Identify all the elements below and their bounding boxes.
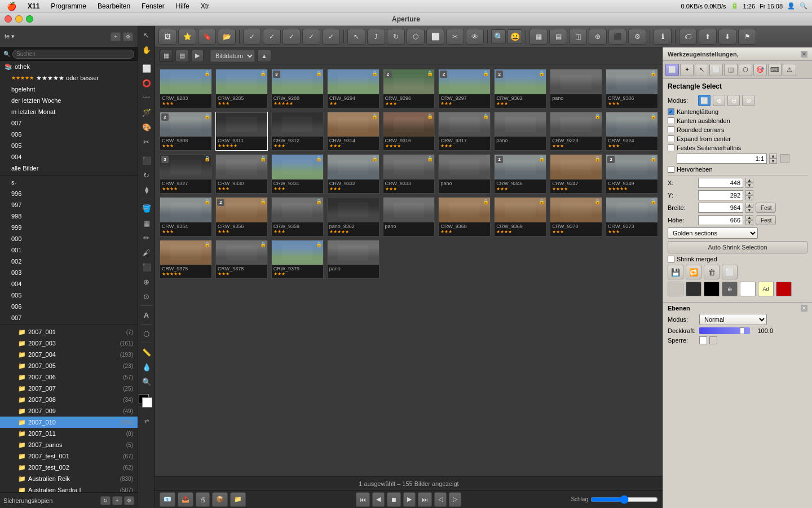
sidebar-item-2007-008[interactable]: 📁 2007_008 (34) [0,394,138,405]
photo-cell[interactable]: CRW_9311★★★★★ [215,112,268,151]
sidebar-item-2007-003[interactable]: 📁 2007_003 (161) [0,338,138,349]
photo-cell[interactable]: 🔒CRW_9306★★★ [606,69,658,108]
photo-cell[interactable]: 🔒CRW_9324★★★ [606,112,658,151]
kantenglaettung-checkbox[interactable] [668,108,674,115]
photo-cell[interactable]: 🔒CRW_9373★★★ [606,197,658,237]
action-btn-2[interactable]: 🔁 [686,265,701,279]
lock-cb-1[interactable] [699,336,707,344]
bottom-btn-5[interactable]: 📁 [230,492,246,507]
sidebar-item-996[interactable]: 996 [0,188,138,199]
playback-fwd-button[interactable]: ▶ [403,492,416,507]
ap-btn-4[interactable]: 📂 [218,29,236,45]
fenster-menu[interactable]: Fenster [139,2,167,10]
layers-mode-select[interactable]: Normal [699,314,767,325]
backup-add-button[interactable]: + [112,496,122,505]
photo-cell[interactable]: 🔒CRW_9317★★★ [438,112,491,151]
sidebar-item-2007-test-001[interactable]: 📁 2007_test_001 (67) [0,450,138,462]
kanten-ausblenden-checkbox[interactable] [668,117,674,124]
tool-swap-colors[interactable]: ⇄ [140,414,153,428]
photo-cell[interactable]: 🔒CRW_9294★★ [327,69,379,108]
swatch-5[interactable] [740,282,756,296]
ap-btn-stamp[interactable]: ⬇ [718,29,736,45]
sidebar-item-library[interactable]: 📚 othek [0,61,138,72]
search-icon[interactable]: 🔍 [800,2,807,10]
sidebar-item-004b[interactable]: 004 [0,278,138,290]
tool-select-fuzzy[interactable]: 🪄 [140,106,153,119]
playback-next-button[interactable]: ⏭ [418,492,432,507]
breite-input[interactable] [698,203,743,213]
action-btn-3[interactable]: 🗑 [704,265,720,279]
ap-btn-adjust[interactable]: ⚙ [628,29,646,45]
action-btn-4[interactable]: ⬜ [722,265,738,279]
sidebar-item-000[interactable]: 000 [0,233,138,244]
ap-btn-9[interactable]: ✓ [322,29,340,45]
tool-opt-btn-5[interactable]: ◫ [724,64,738,76]
photo-cell[interactable]: 🔒CRW_9375★★★★★ [160,240,212,279]
tool-brush[interactable]: 🖌 [140,246,153,259]
expand-from-center-checkbox[interactable] [668,135,674,142]
shrink-merged-checkbox[interactable] [668,256,674,262]
sidebar-item-2007-panos[interactable]: 📁 2007_panos (5) [0,439,138,450]
ap-btn-5[interactable]: ✓ [243,29,261,45]
sidebar-item-2007-009[interactable]: 📁 2007_009 (49) [0,405,138,417]
tool-opt-btn-6[interactable]: ⬡ [739,64,752,76]
background-color[interactable] [142,397,152,408]
sidebar-item-last-month[interactable]: m letzten Monat [0,106,138,117]
ap-btn-15[interactable]: ✂ [446,29,464,45]
sort-direction-button[interactable]: ▲ [257,50,271,62]
photo-cell[interactable]: CRW_9312★★★ [271,112,324,151]
ap-search-magnify[interactable]: 🔍 [491,29,506,44]
sidebar-item-2007-005[interactable]: 📁 2007_005 (23) [0,360,138,371]
tool-opt-btn-2[interactable]: ✦ [680,64,694,76]
hoehe-input[interactable] [698,215,743,225]
tool-select-rect[interactable]: ⬜ [140,62,153,75]
view-play-button[interactable]: ▶ [191,50,204,62]
sidebar-item-006b[interactable]: 006 [0,301,138,312]
y-input[interactable] [698,190,743,200]
sidebar-item-002[interactable]: 002 [0,256,138,267]
sidebar-item-alle-bilder[interactable]: alle Bilder [0,163,138,174]
photo-cell[interactable]: 🔒CRW_9285★★★ [215,69,268,108]
x-input[interactable] [698,178,743,188]
y-spin-down[interactable]: ▼ [745,195,753,200]
tool-text[interactable]: A [140,308,153,322]
sidebar-item-001[interactable]: 001 [0,244,138,256]
sidebar-item-s[interactable]: s- [0,177,138,188]
ap-btn-full[interactable]: ⬛ [608,29,626,45]
backup-refresh-button[interactable]: ↻ [100,496,111,505]
tool-perspective[interactable]: ⧫ [140,183,153,196]
tool-hand[interactable]: ✋ [140,43,153,56]
bearbeiten-menu[interactable]: Bearbeiten [95,2,133,10]
sidebar-item-rejected[interactable]: bgelehnt [0,84,138,95]
ap-btn-flag[interactable]: ⚑ [738,29,756,45]
playback-prev-button[interactable]: ⏮ [356,492,370,507]
schlage-slider[interactable] [590,495,658,504]
ap-btn-compare[interactable]: ◫ [569,29,587,45]
bottom-btn-2[interactable]: 📤 [178,492,193,507]
opacity-slider[interactable] [699,327,750,334]
photo-cell[interactable]: pano [383,197,435,237]
sidebar-item-005[interactable]: 005 [0,140,138,151]
bottom-btn-1[interactable]: 📧 [160,492,175,507]
breite-fest-button[interactable]: Fest [756,203,776,213]
tool-zoom[interactable]: 🔍 [140,375,153,388]
close-button[interactable] [5,15,12,23]
maximize-button[interactable] [26,15,33,23]
playback-stop-button[interactable]: ⏹ [387,492,401,507]
action-btn-1[interactable]: 💾 [668,265,683,279]
photo-cell[interactable]: 🔒CRW_9368★★★ [438,197,491,237]
mode-subtract-button[interactable]: ⊖ [727,95,740,106]
photo-cell[interactable]: 🔒CRW_9333★★★ [383,154,435,194]
ap-btn-3[interactable]: 🔖 [198,29,216,45]
tool-measure[interactable]: 📏 [140,345,153,359]
tool-opt-btn-4[interactable]: ⬜ [709,64,723,76]
tool-heal[interactable]: ⊕ [140,275,153,288]
photo-cell[interactable]: 🔒CRW_9347★★★★ [550,154,602,194]
tool-select-bycolor[interactable]: 🎨 [140,120,153,134]
sidebar-item-003[interactable]: 003 [0,267,138,278]
datei-menu[interactable]: Xtr [198,2,211,10]
sidebar-item-006[interactable]: 006 [0,129,138,140]
ap-btn-8[interactable]: ✓ [302,29,320,45]
bottom-btn-3[interactable]: 🖨 [196,492,210,507]
ap-btn-10[interactable]: ↖ [347,29,365,45]
